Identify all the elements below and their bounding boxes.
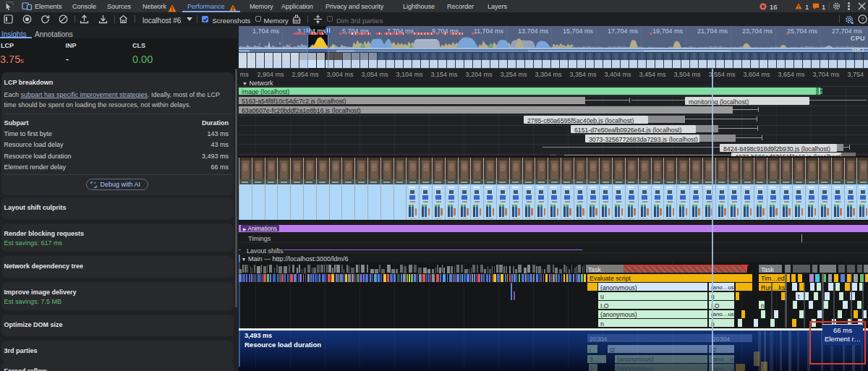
svg-text:?: ? <box>861 16 864 22</box>
